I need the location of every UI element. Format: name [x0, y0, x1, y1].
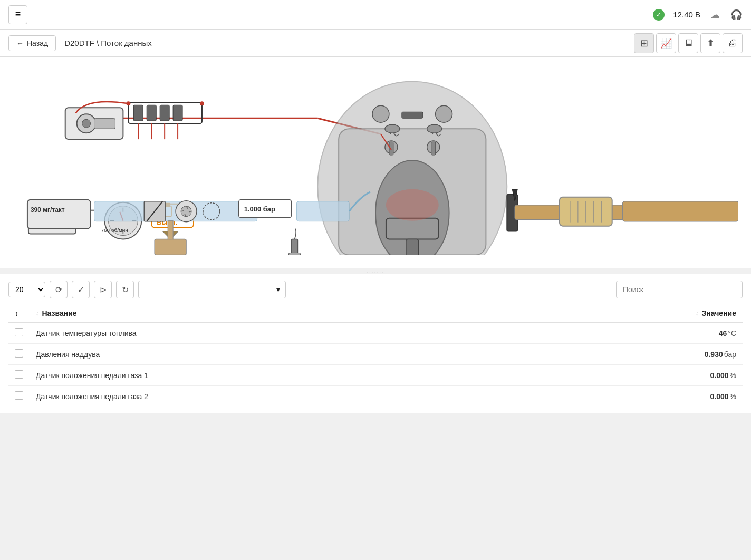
- row-checkbox[interactable]: [15, 349, 23, 358]
- resize-handle[interactable]: .......: [0, 268, 751, 274]
- bottom-panel: 20 50 100 ⟳ ✓ ⊳ ↻ ▾ ↕: [0, 274, 751, 413]
- row-checkbox-cell: [8, 344, 30, 365]
- row-unit: %: [730, 371, 736, 380]
- row-name: Датчик положения педали газа 1: [30, 365, 529, 386]
- print-icon: 🖨: [728, 37, 737, 49]
- nav-left: ← Назад D20DTF \ Поток данных: [8, 35, 152, 51]
- filter-button[interactable]: ⊳: [94, 281, 112, 298]
- svg-point-65: [385, 124, 400, 133]
- row-value: 46°C: [529, 322, 743, 344]
- chart-icon: 📈: [660, 37, 672, 49]
- row-checkbox[interactable]: [15, 370, 23, 379]
- grid-icon: ⊞: [640, 37, 648, 49]
- name-header-label: Название: [42, 309, 77, 317]
- svg-point-84: [126, 101, 130, 105]
- table-header: ↕ ↕ Название ↕ Значение: [8, 305, 743, 322]
- svg-rect-36: [27, 200, 91, 229]
- svg-rect-67: [402, 112, 423, 118]
- svg-point-85: [200, 101, 204, 105]
- svg-line-44: [189, 211, 191, 212]
- svg-point-69: [436, 105, 452, 122]
- row-checkbox-cell: [8, 365, 30, 386]
- row-unit: %: [730, 392, 736, 401]
- row-unit: °C: [728, 329, 736, 337]
- check-all-button[interactable]: ✓: [72, 281, 90, 298]
- table-row: Датчик положения педали газа 20.000%: [8, 386, 743, 407]
- sort-checkbox[interactable]: ↕: [15, 309, 23, 317]
- svg-rect-52: [168, 221, 173, 239]
- row-checkbox-cell: [8, 322, 30, 344]
- row-checkbox[interactable]: [15, 328, 23, 336]
- svg-rect-72: [296, 201, 349, 221]
- status-check-icon: [653, 9, 665, 21]
- engine-svg: 14.50 в 768 об/мин Выкл.: [13, 65, 738, 255]
- print-button[interactable]: 🖨: [723, 33, 743, 53]
- row-unit: бар: [724, 350, 736, 359]
- value-header[interactable]: ↕ Значение: [529, 305, 743, 322]
- svg-rect-81: [623, 201, 738, 221]
- chart-view-button[interactable]: 📈: [656, 33, 676, 53]
- sort-value[interactable]: ↕ Значение: [536, 309, 736, 317]
- svg-point-71: [386, 189, 439, 221]
- table-row: Датчик температуры топлива46°C: [8, 322, 743, 344]
- export-button[interactable]: ⬆: [700, 33, 720, 53]
- diagram-area: 14.50 в 768 об/мин Выкл.: [0, 57, 751, 268]
- svg-rect-6: [160, 105, 169, 121]
- grid-view-button[interactable]: ⊞: [634, 33, 654, 53]
- screenshot-button[interactable]: 🖥: [678, 33, 698, 53]
- row-name: Давления наддува: [30, 344, 529, 365]
- row-name: Датчик температуры топлива: [30, 322, 529, 344]
- search-input[interactable]: [616, 281, 743, 298]
- nav-bar: ← Назад D20DTF \ Поток данных ⊞ 📈 🖥 ⬆ 🖨: [0, 30, 751, 57]
- top-bar-right: 12.40 В ☁ 🎧: [653, 8, 743, 21]
- chevron-down-icon: ▾: [276, 285, 280, 294]
- svg-rect-7: [173, 105, 182, 121]
- category-dropdown[interactable]: ▾: [138, 281, 286, 298]
- row-value: 0.000%: [529, 386, 743, 407]
- svg-text:390 мг/такт: 390 мг/такт: [31, 206, 65, 214]
- svg-point-66: [427, 124, 442, 133]
- table-header-row: ↕ ↕ Название ↕ Значение: [8, 305, 743, 322]
- toolbar: 20 50 100 ⟳ ✓ ⊳ ↻ ▾: [8, 281, 743, 298]
- value-header-label: Значение: [702, 309, 736, 317]
- export-icon: ⬆: [707, 37, 715, 49]
- checkbox-header: ↕: [8, 305, 30, 322]
- row-name: Датчик положения педали газа 2: [30, 386, 529, 407]
- svg-rect-58: [386, 218, 439, 239]
- filter-icon: ⊳: [100, 285, 107, 295]
- back-arrow-icon: ←: [16, 39, 24, 47]
- table-row: Давления наддува0.930бар: [8, 344, 743, 365]
- menu-icon: ≡: [15, 9, 21, 20]
- search-container: [616, 281, 743, 298]
- engine-diagram: 14.50 в 768 об/мин Выкл.: [13, 65, 738, 260]
- per-page-select[interactable]: 20 50 100: [8, 282, 45, 297]
- data-table: ↕ ↕ Название ↕ Значение Датчик: [8, 305, 743, 407]
- top-bar-left: ≡: [8, 5, 27, 24]
- svg-rect-54: [288, 253, 300, 255]
- headphone-icon[interactable]: 🎧: [730, 8, 743, 21]
- svg-rect-64: [431, 142, 436, 155]
- svg-text:768 об/мин: 768 об/мин: [101, 227, 128, 233]
- svg-rect-59: [406, 239, 419, 255]
- sort-icon-1: ↕: [15, 309, 18, 317]
- breadcrumb: D20DTF \ Поток данных: [64, 38, 152, 47]
- back-label: Назад: [27, 39, 48, 47]
- svg-rect-5: [147, 105, 156, 121]
- screenshot-icon: 🖥: [683, 37, 693, 49]
- menu-button[interactable]: ≡: [8, 5, 27, 24]
- sort-name[interactable]: ↕ Название: [36, 309, 523, 317]
- name-header[interactable]: ↕ Название: [30, 305, 529, 322]
- row-checkbox[interactable]: [15, 391, 23, 400]
- export-data-button[interactable]: ↻: [116, 281, 134, 298]
- nav-right: ⊞ 📈 🖥 ⬆ 🖨: [634, 33, 743, 53]
- refresh-button[interactable]: ⟳: [50, 281, 68, 298]
- table-row: Датчик положения педали газа 10.000%: [8, 365, 743, 386]
- cloud-icon[interactable]: ☁: [709, 8, 721, 21]
- resize-dots: .......: [367, 268, 384, 274]
- svg-text:1.000 бар: 1.000 бар: [244, 205, 275, 213]
- back-button[interactable]: ← Назад: [8, 35, 56, 51]
- connection-status: [653, 9, 665, 21]
- checkmark-icon: ✓: [78, 285, 84, 295]
- export-data-icon: ↻: [122, 285, 129, 295]
- svg-point-14: [82, 119, 91, 128]
